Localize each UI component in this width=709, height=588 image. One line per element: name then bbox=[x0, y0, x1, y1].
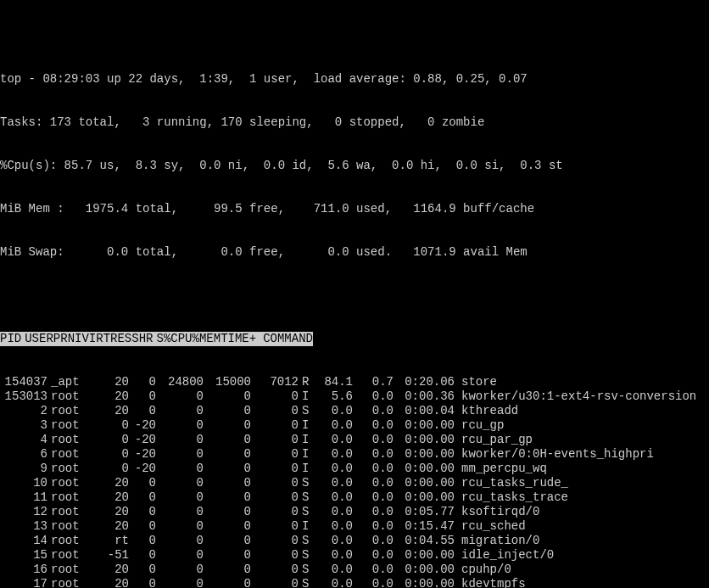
col-res[interactable]: RES bbox=[110, 332, 131, 345]
cell-cpu: 0.0 bbox=[312, 418, 353, 433]
cell-virt: 0 bbox=[156, 433, 204, 447]
cell-ni: 0 bbox=[129, 404, 156, 418]
cell-cpu: 0.0 bbox=[312, 462, 353, 476]
cell-s: I bbox=[299, 389, 312, 404]
cell-cpu: 0.0 bbox=[312, 519, 353, 534]
cell-cmd: migration/0 bbox=[455, 534, 539, 548]
summary-tasks-line: Tasks: 173 total, 3 running, 170 sleepin… bbox=[0, 115, 709, 130]
col-cmd[interactable]: COMMAND bbox=[256, 332, 313, 345]
cell-pr: 20 bbox=[102, 505, 129, 519]
cell-mem: 0.0 bbox=[353, 447, 394, 462]
cell-shr: 0 bbox=[251, 404, 299, 418]
cell-virt: 0 bbox=[156, 462, 204, 476]
cell-mem: 0.0 bbox=[353, 490, 394, 505]
col-s[interactable]: S bbox=[154, 332, 164, 345]
table-row: 11root200000S0.00.00:00.00rcu_tasks_trac… bbox=[0, 490, 709, 505]
cell-shr: 0 bbox=[251, 577, 299, 588]
cell-mem: 0.0 bbox=[353, 519, 394, 534]
cell-cmd: kworker/u30:1-ext4-rsv-conversion bbox=[455, 389, 696, 404]
cell-cpu: 0.0 bbox=[312, 548, 353, 563]
cell-virt: 0 bbox=[156, 563, 204, 577]
cell-mem: 0.0 bbox=[353, 433, 394, 447]
process-table-body: 154037_apt20024800150007012R84.10.70:20.… bbox=[0, 375, 709, 588]
cell-pr: 0 bbox=[102, 447, 129, 462]
col-pr[interactable]: PR bbox=[53, 332, 68, 345]
cell-cpu: 0.0 bbox=[312, 490, 353, 505]
cell-time: 0:00.04 bbox=[394, 404, 455, 418]
cell-pr: 0 bbox=[102, 462, 129, 476]
cell-pr: 0 bbox=[102, 418, 129, 433]
top-output: top - 08:29:03 up 22 days, 1:39, 1 user,… bbox=[0, 43, 709, 588]
cell-time: 0:05.77 bbox=[394, 505, 455, 519]
cell-user: root bbox=[47, 577, 102, 588]
cell-res: 0 bbox=[204, 462, 251, 476]
cell-cmd: rcu_sched bbox=[455, 519, 526, 534]
cell-user: root bbox=[47, 476, 102, 490]
col-time[interactable]: TIME+ bbox=[221, 332, 256, 345]
cell-res: 0 bbox=[204, 476, 251, 490]
col-user[interactable]: USER bbox=[21, 332, 53, 345]
table-row: 13root200000I0.00.00:15.47rcu_sched bbox=[0, 519, 709, 534]
col-pid[interactable]: PID bbox=[0, 332, 21, 345]
col-virt[interactable]: VIRT bbox=[81, 332, 110, 345]
cell-virt: 0 bbox=[156, 418, 204, 433]
cell-pr: 20 bbox=[102, 519, 129, 534]
cell-res: 0 bbox=[204, 563, 251, 577]
cell-pid: 6 bbox=[0, 447, 47, 462]
col-ni[interactable]: NI bbox=[68, 332, 82, 345]
cell-pr: 20 bbox=[102, 490, 129, 505]
cell-time: 0:00.00 bbox=[394, 433, 455, 447]
process-table-header[interactable]: PIDUSERPRNIVIRTRESSHRS%CPU%MEMTIME+COMMA… bbox=[0, 332, 709, 346]
cell-cmd: cpuhp/0 bbox=[455, 563, 511, 577]
col-cpu[interactable]: %CPU bbox=[164, 332, 193, 345]
cell-ni: -20 bbox=[129, 462, 156, 476]
cell-time: 0:00.00 bbox=[394, 476, 455, 490]
blank-line bbox=[0, 288, 709, 303]
cell-pr: rt bbox=[102, 534, 129, 548]
cell-cpu: 0.0 bbox=[312, 476, 353, 490]
cell-virt: 0 bbox=[156, 476, 204, 490]
cell-user: _apt bbox=[47, 375, 102, 389]
cell-pid: 16 bbox=[0, 563, 47, 577]
cell-s: S bbox=[299, 548, 312, 563]
summary-cpu-line: %Cpu(s): 85.7 us, 8.3 sy, 0.0 ni, 0.0 id… bbox=[0, 159, 709, 173]
cell-cmd: kthreadd bbox=[455, 404, 518, 418]
cell-s: I bbox=[299, 447, 312, 462]
col-mem[interactable]: %MEM bbox=[193, 332, 221, 345]
cell-ni: 0 bbox=[129, 577, 156, 588]
table-row: 2root200000S0.00.00:00.04kthreadd bbox=[0, 404, 709, 418]
table-row: 154037_apt20024800150007012R84.10.70:20.… bbox=[0, 375, 709, 389]
cell-ni: 0 bbox=[129, 519, 156, 534]
cell-time: 0:00.00 bbox=[394, 447, 455, 462]
cell-mem: 0.0 bbox=[353, 505, 394, 519]
cell-virt: 0 bbox=[156, 548, 204, 563]
cell-pr: 20 bbox=[102, 404, 129, 418]
cell-res: 0 bbox=[204, 447, 251, 462]
cell-virt: 24800 bbox=[156, 375, 204, 389]
cell-pid: 9 bbox=[0, 462, 47, 476]
cell-s: S bbox=[299, 563, 312, 577]
cell-mem: 0.0 bbox=[353, 418, 394, 433]
cell-cmd: rcu_gp bbox=[455, 418, 504, 433]
cell-pr: 20 bbox=[102, 577, 129, 588]
cell-pid: 2 bbox=[0, 404, 47, 418]
cell-cpu: 0.0 bbox=[312, 404, 353, 418]
cell-ni: 0 bbox=[129, 375, 156, 389]
cell-cmd: rcu_par_gp bbox=[455, 433, 533, 447]
cell-ni: -20 bbox=[129, 418, 156, 433]
cell-shr: 0 bbox=[251, 490, 299, 505]
cell-user: root bbox=[47, 519, 102, 534]
cell-ni: -20 bbox=[129, 433, 156, 447]
cell-ni: -20 bbox=[129, 447, 156, 462]
cell-virt: 0 bbox=[156, 404, 204, 418]
cell-s: S bbox=[299, 490, 312, 505]
cell-virt: 0 bbox=[156, 534, 204, 548]
cell-time: 0:00.00 bbox=[394, 577, 455, 588]
cell-shr: 0 bbox=[251, 534, 299, 548]
summary-uptime-line: top - 08:29:03 up 22 days, 1:39, 1 user,… bbox=[0, 72, 709, 87]
cell-shr: 0 bbox=[251, 505, 299, 519]
cell-ni: 0 bbox=[129, 389, 156, 404]
cell-pid: 10 bbox=[0, 476, 47, 490]
col-shr[interactable]: SHR bbox=[131, 332, 153, 345]
cell-res: 0 bbox=[204, 404, 251, 418]
